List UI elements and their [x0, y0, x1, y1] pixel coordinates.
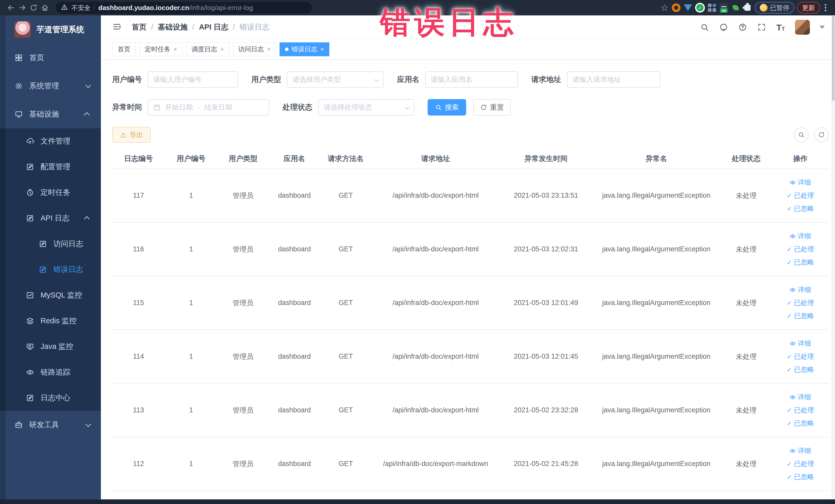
user-id-field[interactable]: [148, 72, 238, 88]
sidebar-item-dev-tools[interactable]: 研发工具: [0, 411, 101, 439]
sidebar-item-system-management[interactable]: 系统管理: [0, 72, 101, 100]
close-icon[interactable]: [267, 46, 270, 53]
mark-processed-link[interactable]: 已处理: [787, 245, 814, 254]
sidebar-item-trace[interactable]: 链路追踪: [0, 360, 101, 385]
layers-icon: [26, 317, 34, 325]
edit-square-icon: [26, 214, 34, 223]
font-size-icon[interactable]: TT: [776, 23, 785, 32]
detail-link[interactable]: 详细: [790, 178, 811, 187]
extension-ublock-icon[interactable]: [672, 3, 681, 12]
cell-exception-time: 2021-05-03 23:13:51: [500, 191, 592, 200]
github-icon[interactable]: [719, 23, 728, 32]
edit-square-icon: [26, 163, 34, 171]
cell-status: 未处理: [720, 245, 772, 254]
mark-processed-link[interactable]: 已处理: [787, 191, 814, 200]
back-icon[interactable]: [7, 3, 15, 12]
tab-error-log[interactable]: 错误日志: [280, 42, 329, 56]
toggle-search-button[interactable]: [794, 127, 809, 142]
mark-ignored-link[interactable]: 已忽略: [787, 258, 814, 267]
detail-link[interactable]: 详细: [790, 446, 811, 455]
tab-schedule-log[interactable]: 调度日志: [186, 42, 229, 56]
mark-processed-link[interactable]: 已处理: [787, 406, 814, 415]
close-icon[interactable]: [174, 46, 177, 53]
scrollbar-thumb[interactable]: [832, 16, 834, 101]
close-icon[interactable]: [220, 46, 224, 53]
mark-processed-link[interactable]: 已处理: [787, 352, 814, 361]
extensions-puzzle-icon[interactable]: [743, 3, 752, 12]
sidebar-item-home[interactable]: 首页: [0, 44, 101, 72]
address-bar[interactable]: 不安全 dashboard.yudao.iocoder.cn/infra/log…: [56, 2, 312, 14]
browser-menu-icon[interactable]: [823, 4, 828, 11]
breadcrumb-infrastructure[interactable]: 基础设施: [158, 22, 188, 32]
cell-app-name: dashboard: [269, 460, 320, 468]
paused-badge[interactable]: 已暂停: [755, 2, 794, 14]
process-status-select[interactable]: 请选择处理状态: [318, 99, 414, 116]
reload-icon[interactable]: [29, 3, 38, 12]
check-icon: [787, 419, 792, 427]
sidebar-item-log-center[interactable]: 日志中心: [0, 385, 101, 411]
sidebar-item-mysql-monitor[interactable]: MySQL 监控: [0, 282, 101, 308]
chevron-down-icon: [85, 82, 91, 88]
check-icon: [787, 366, 792, 374]
exception-time-range-picker[interactable]: 开始日期 - 结束日期: [148, 99, 269, 116]
forward-icon[interactable]: [18, 3, 27, 12]
update-button[interactable]: 更新: [797, 2, 820, 14]
mark-ignored-link[interactable]: 已忽略: [787, 204, 814, 213]
breadcrumb-api-log[interactable]: API 日志: [199, 22, 228, 32]
sidebar-item-api-log[interactable]: API 日志: [0, 205, 101, 231]
bookmark-star-icon[interactable]: ☆: [660, 3, 669, 12]
extension-shield-icon[interactable]: [683, 3, 693, 12]
mark-ignored-link[interactable]: 已忽略: [787, 472, 814, 481]
mark-ignored-link[interactable]: 已忽略: [787, 311, 814, 320]
sidebar-item-file-management[interactable]: 文件管理: [0, 128, 101, 154]
filter-row-1: 用户编号 用户类型 请选择用户类型 应用名 请求地址: [112, 72, 829, 88]
sidebar-item-error-log[interactable]: 错误日志: [0, 257, 101, 282]
request-url-field[interactable]: [567, 72, 660, 88]
tab-access-log[interactable]: 访问日志: [233, 42, 276, 56]
mark-ignored-link[interactable]: 已忽略: [787, 419, 814, 428]
sidebar-item-config-management[interactable]: 配置管理: [0, 154, 101, 180]
cell-status: 未处理: [720, 352, 772, 361]
help-icon[interactable]: [738, 23, 747, 32]
cell-app-name: dashboard: [269, 406, 320, 414]
cell-actions: 详细 已处理 已忽略: [772, 285, 829, 320]
sidebar-item-scheduled-tasks[interactable]: 定时任务: [0, 180, 101, 205]
sidebar-item-redis-monitor[interactable]: Redis 监控: [0, 308, 101, 334]
extension-check-icon[interactable]: ✓: [695, 3, 705, 13]
mark-processed-link[interactable]: 已处理: [787, 298, 814, 307]
fullscreen-icon[interactable]: [757, 23, 766, 32]
export-button[interactable]: 导出: [112, 127, 151, 143]
app-name-field[interactable]: [425, 72, 518, 88]
sidebar-item-java-monitor[interactable]: Java 监控: [0, 334, 101, 360]
user-menu-caret-icon[interactable]: [820, 26, 825, 29]
hamburger-icon[interactable]: [112, 22, 122, 32]
sidebar-item-access-log[interactable]: 访问日志: [0, 231, 101, 257]
extension-sprout-icon[interactable]: [731, 3, 740, 12]
app-logo[interactable]: 芋道管理系统: [0, 15, 101, 44]
reset-button[interactable]: 重置: [473, 99, 511, 116]
extension-on-badge-icon[interactable]: on: [719, 3, 729, 12]
refresh-table-button[interactable]: [814, 127, 829, 142]
extension-grid-icon[interactable]: [708, 3, 717, 12]
close-icon[interactable]: [320, 46, 324, 53]
search-icon[interactable]: [700, 23, 709, 32]
sidebar-item-infrastructure[interactable]: 基础设施: [0, 100, 101, 128]
user-type-select[interactable]: 请选择用户类型: [287, 72, 384, 88]
breadcrumb-home[interactable]: 首页: [132, 22, 147, 32]
page-scrollbar[interactable]: [831, 15, 835, 499]
mark-ignored-link[interactable]: 已忽略: [787, 365, 814, 374]
detail-link[interactable]: 详细: [790, 392, 811, 402]
chart-icon: [26, 291, 34, 300]
detail-link[interactable]: 详细: [790, 339, 811, 348]
search-button[interactable]: 搜索: [428, 99, 466, 116]
cell-log-id: 114: [112, 352, 165, 361]
detail-link[interactable]: 详细: [790, 231, 811, 241]
tab-scheduled-tasks[interactable]: 定时任务: [139, 42, 183, 56]
user-avatar[interactable]: [795, 20, 810, 35]
mark-processed-link[interactable]: 已处理: [787, 459, 814, 468]
app-title: 芋道管理系统: [37, 24, 84, 35]
detail-link[interactable]: 详细: [790, 285, 811, 294]
cell-request-url: /api/infra/db-doc/export-markdown: [371, 460, 500, 468]
tab-home[interactable]: 首页: [112, 42, 136, 56]
home-icon[interactable]: [41, 3, 49, 12]
